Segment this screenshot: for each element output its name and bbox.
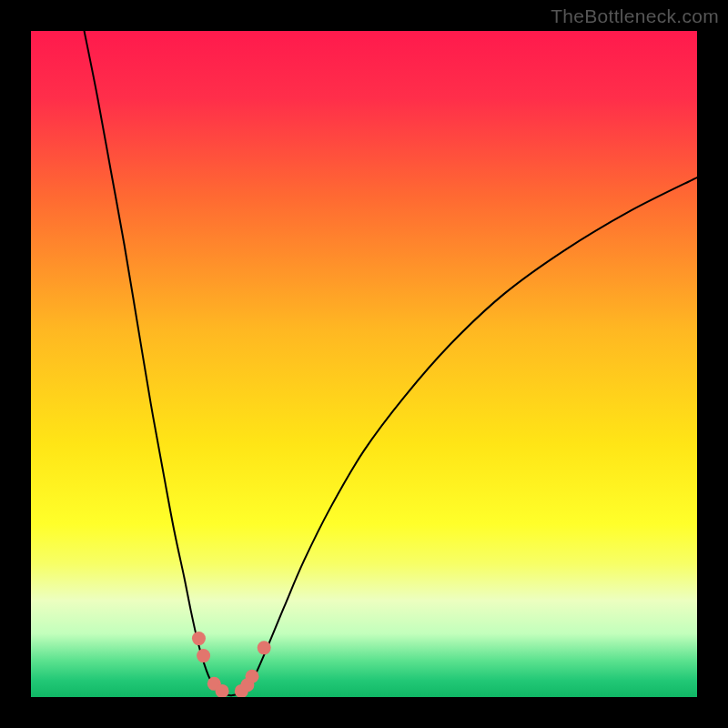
gradient-background [31, 31, 697, 697]
marker-point [197, 649, 210, 662]
plot-area [31, 31, 697, 697]
watermark-text: TheBottleneck.com [551, 5, 719, 27]
outer-frame: TheBottleneck.com [0, 0, 728, 728]
marker-point [258, 641, 271, 654]
chart-svg [31, 31, 697, 697]
marker-point [192, 632, 206, 645]
marker-point [246, 670, 259, 683]
